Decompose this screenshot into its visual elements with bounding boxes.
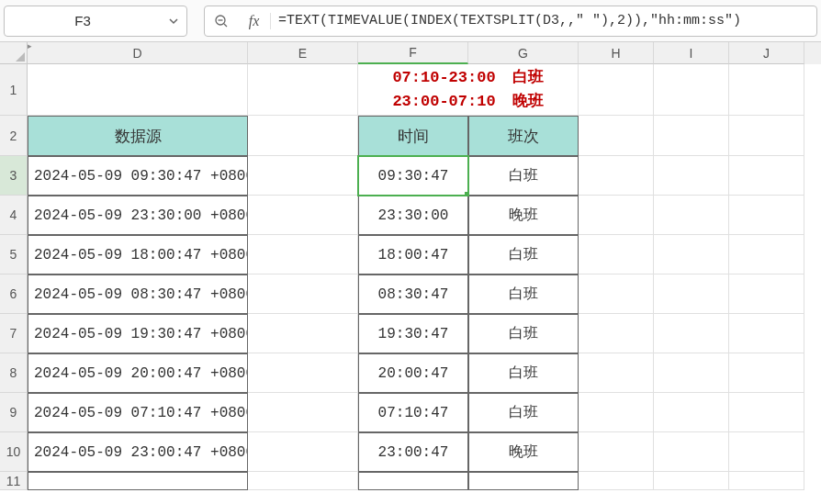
row-header[interactable]: 2 [0,116,28,156]
cell[interactable] [654,235,729,274]
cell[interactable] [579,393,654,432]
row-header[interactable]: 7 [0,314,28,353]
cell[interactable] [248,393,358,432]
cell[interactable] [248,472,358,490]
name-box[interactable]: F3 [4,6,187,37]
cell-time[interactable]: 19:30:47 [358,314,468,353]
row-header[interactable]: 10 [0,432,28,472]
header-shift[interactable]: 班次 [468,116,579,156]
header-time[interactable]: 时间 [358,116,468,156]
cell[interactable] [729,64,804,116]
cell[interactable] [729,393,804,432]
cell-time[interactable]: 23:30:00 [358,196,468,235]
row-header[interactable]: 9 [0,393,28,432]
cell[interactable] [248,156,358,196]
cell[interactable] [729,274,804,314]
header-source[interactable]: 数据源 [28,116,248,156]
cell[interactable] [28,472,248,490]
zoom-out-icon[interactable] [205,14,238,28]
cell[interactable] [654,196,729,235]
cell-shift[interactable]: 白班 [468,393,579,432]
cell[interactable] [248,353,358,393]
cell-source[interactable]: 2024-05-09 23:00:47 +0800 [28,432,248,472]
cell[interactable] [729,432,804,472]
cell[interactable] [579,116,654,156]
cell[interactable] [579,353,654,393]
cell[interactable] [654,156,729,196]
chevron-down-icon[interactable] [161,16,186,27]
col-header-D[interactable]: ▸D [28,42,248,64]
row-header[interactable]: 8 [0,353,28,393]
fx-icon[interactable]: fx [238,13,271,29]
cell[interactable] [729,196,804,235]
cell[interactable] [248,116,358,156]
cell[interactable] [729,156,804,196]
cell[interactable] [358,472,468,490]
cell[interactable] [729,472,804,490]
cell-source[interactable]: 2024-05-09 07:10:47 +0800 [28,393,248,432]
cell[interactable] [654,393,729,432]
row-header[interactable]: 6 [0,274,28,314]
cell-source[interactable]: 2024-05-09 20:00:47 +0800 [28,353,248,393]
cell[interactable] [654,64,729,116]
cell[interactable] [654,116,729,156]
cell[interactable] [654,353,729,393]
cell-time[interactable]: 08:30:47 [358,274,468,314]
row-header[interactable]: 3 [0,156,28,196]
cell[interactable] [729,235,804,274]
formula-input[interactable] [271,13,816,28]
expand-indicator-icon[interactable]: ▸ [28,41,32,50]
row-header[interactable]: 4 [0,196,28,235]
cell[interactable] [579,472,654,490]
row-header[interactable]: 1 [0,64,28,116]
cell[interactable] [579,314,654,353]
cell-shift[interactable]: 晚班 [468,196,579,235]
cell-time[interactable]: 18:00:47 [358,235,468,274]
cell-shift[interactable]: 白班 [468,274,579,314]
cell-source[interactable]: 2024-05-09 09:30:47 +0800 [28,156,248,196]
cell[interactable] [28,64,248,116]
cell[interactable] [654,314,729,353]
row-header[interactable]: 5 [0,235,28,274]
cell-source[interactable]: 2024-05-09 18:00:47 +0800 [28,235,248,274]
shift-legend[interactable]: 07:10-23:00白班 23:00-07:10晚班 [358,64,579,116]
row-header[interactable]: 11 [0,472,28,490]
cell[interactable] [248,196,358,235]
cell[interactable] [248,314,358,353]
cell[interactable] [248,432,358,472]
cell[interactable] [654,472,729,490]
cell[interactable] [248,274,358,314]
col-header-F[interactable]: F [358,42,468,64]
cell[interactable] [248,235,358,274]
cell-shift[interactable]: 白班 [468,156,579,196]
col-header-G[interactable]: G [468,42,579,64]
cell[interactable] [654,432,729,472]
cell[interactable] [248,64,358,116]
cell[interactable] [729,353,804,393]
cell[interactable] [579,156,654,196]
cell[interactable] [579,235,654,274]
cell-shift[interactable]: 白班 [468,353,579,393]
cell[interactable] [579,274,654,314]
cell[interactable] [729,116,804,156]
cell-shift[interactable]: 白班 [468,235,579,274]
cell[interactable] [579,432,654,472]
col-header-H[interactable]: H [579,42,654,64]
cell-time[interactable]: 20:00:47 [358,353,468,393]
col-header-I[interactable]: I [654,42,729,64]
select-all-corner[interactable] [0,42,28,64]
cell[interactable] [654,274,729,314]
cell-time[interactable]: 09:30:47 [358,156,468,196]
cell-time[interactable]: 23:00:47 [358,432,468,472]
cell[interactable] [579,64,654,116]
cell[interactable] [579,196,654,235]
cell-shift[interactable]: 白班 [468,314,579,353]
cell-shift[interactable]: 晚班 [468,432,579,472]
cell-source[interactable]: 2024-05-09 23:30:00 +0800 [28,196,248,235]
cell-time[interactable]: 07:10:47 [358,393,468,432]
cell-source[interactable]: 2024-05-09 08:30:47 +0800 [28,274,248,314]
col-header-E[interactable]: E [248,42,358,64]
col-header-J[interactable]: J [729,42,804,64]
cell[interactable] [729,314,804,353]
cell-source[interactable]: 2024-05-09 19:30:47 +0800 [28,314,248,353]
